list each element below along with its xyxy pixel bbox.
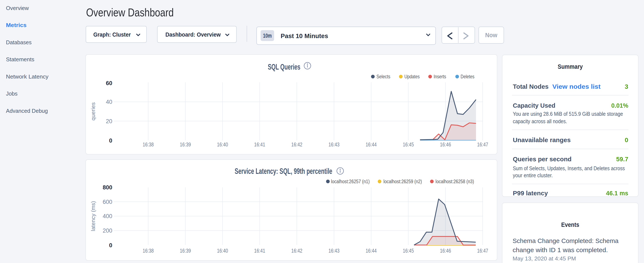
svg-text:Past 10 Minutes: Past 10 Minutes [281, 32, 328, 39]
svg-text:59.7: 59.7 [616, 156, 628, 163]
svg-text:queries: queries [90, 102, 96, 120]
svg-text:You are using 28.6 MiB of 515.: You are using 28.6 MiB of 515.9 GiB usab… [513, 111, 623, 117]
svg-text:SQL Queries: SQL Queries [268, 63, 300, 71]
svg-text:16:44: 16:44 [366, 248, 377, 254]
svg-text:40: 40 [106, 99, 112, 105]
svg-text:10m: 10m [263, 33, 272, 39]
svg-text:localhost:26257 (n1): localhost:26257 (n1) [331, 179, 370, 184]
svg-text:60: 60 [106, 80, 112, 86]
svg-text:localhost:26259 (n2): localhost:26259 (n2) [384, 179, 422, 184]
svg-text:P99 latency: P99 latency [513, 190, 548, 197]
svg-text:Overview: Overview [6, 5, 29, 11]
svg-text:Deletes: Deletes [460, 74, 474, 79]
svg-text:600: 600 [103, 199, 112, 205]
svg-text:16:42: 16:42 [291, 248, 302, 254]
svg-text:16:40: 16:40 [217, 248, 228, 254]
svg-text:400: 400 [103, 213, 112, 219]
svg-text:16:38: 16:38 [143, 141, 154, 147]
svg-text:localhost:26258 (n3): localhost:26258 (n3) [436, 179, 474, 184]
svg-text:16:46: 16:46 [440, 141, 451, 147]
svg-text:0: 0 [625, 136, 628, 143]
svg-text:Dashboard: Overview: Dashboard: Overview [166, 31, 221, 38]
svg-text:16:39: 16:39 [180, 141, 191, 147]
svg-text:16:40: 16:40 [217, 141, 228, 147]
svg-text:Jobs: Jobs [6, 91, 18, 97]
svg-text:16:46: 16:46 [440, 248, 451, 254]
svg-text:Sum of Selects, Updates, Inser: Sum of Selects, Updates, Inserts, and De… [513, 165, 625, 171]
svg-text:Advanced Debug: Advanced Debug [6, 108, 48, 114]
svg-text:Service Latency: SQL, 99th per: Service Latency: SQL, 99th percentile [235, 167, 332, 176]
svg-text:3: 3 [625, 83, 628, 90]
svg-text:Summary: Summary [558, 63, 583, 70]
svg-text:View nodes list: View nodes list [552, 83, 601, 90]
svg-text:latency (ms): latency (ms) [90, 201, 96, 231]
svg-text:Schema Change Completed: Schem: Schema Change Completed: Schema [512, 237, 619, 244]
svg-text:16:42: 16:42 [291, 141, 302, 147]
svg-text:Databases: Databases [6, 39, 32, 45]
svg-text:Events: Events [561, 221, 579, 228]
svg-text:0.01%: 0.01% [611, 102, 628, 109]
svg-text:46.1 ms: 46.1 ms [606, 190, 628, 197]
svg-text:16:47: 16:47 [477, 248, 488, 254]
svg-text:16:41: 16:41 [254, 248, 265, 254]
svg-text:Graph: Cluster: Graph: Cluster [93, 31, 131, 38]
svg-text:0: 0 [109, 242, 112, 248]
svg-text:Inserts: Inserts [434, 74, 446, 79]
svg-text:Queries per second: Queries per second [513, 156, 572, 163]
svg-text:Unavailable ranges: Unavailable ranges [513, 136, 571, 143]
svg-text:Selects: Selects [376, 74, 390, 79]
svg-text:Network Latency: Network Latency [6, 74, 49, 80]
svg-text:Updates: Updates [404, 74, 420, 79]
svg-text:your entire cluster.: your entire cluster. [513, 172, 553, 178]
svg-text:16:41: 16:41 [254, 141, 265, 147]
svg-text:16:43: 16:43 [328, 248, 340, 254]
svg-text:Metrics: Metrics [6, 22, 26, 28]
svg-text:16:47: 16:47 [477, 141, 488, 147]
svg-text:16:45: 16:45 [403, 248, 414, 254]
svg-text:Overview Dashboard: Overview Dashboard [86, 6, 174, 19]
svg-text:capacity across all nodes.: capacity across all nodes. [513, 118, 567, 124]
svg-text:Capacity Used: Capacity Used [513, 102, 555, 109]
svg-text:change with ID 1 was completed: change with ID 1 was completed. [512, 247, 608, 253]
svg-text:16:38: 16:38 [143, 248, 154, 254]
svg-text:20: 20 [106, 118, 112, 124]
svg-text:800: 800 [103, 184, 112, 191]
svg-text:16:44: 16:44 [366, 141, 377, 147]
svg-text:16:45: 16:45 [403, 141, 414, 147]
svg-text:Now: Now [485, 32, 497, 39]
svg-text:Statements: Statements [6, 56, 34, 62]
svg-text:Total Nodes: Total Nodes [513, 83, 548, 90]
svg-text:200: 200 [103, 227, 112, 234]
svg-text:16:39: 16:39 [180, 248, 191, 254]
svg-text:16:43: 16:43 [328, 141, 340, 147]
svg-text:0: 0 [109, 137, 112, 144]
svg-text:May 13, 2020 at 4:45 PM: May 13, 2020 at 4:45 PM [512, 255, 576, 261]
